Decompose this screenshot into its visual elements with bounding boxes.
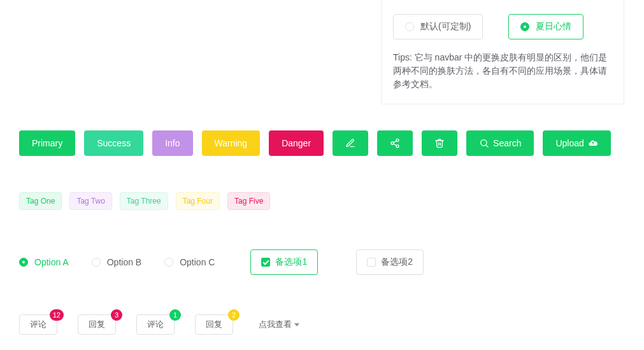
badge-count: 2 [228, 309, 240, 321]
checkbox-2-label: 备选项2 [381, 256, 413, 268]
tag-four-label: Tag Four [183, 197, 213, 206]
primary-button[interactable]: Primary [19, 130, 75, 156]
dropdown-label: 点我查看 [259, 319, 292, 330]
success-button-label: Success [97, 138, 131, 148]
radio-icon [164, 258, 173, 267]
upload-icon [588, 138, 598, 148]
option-a-radio[interactable]: Option A [19, 257, 69, 267]
search-icon [479, 138, 489, 148]
reply-button-label: 回复 [89, 319, 105, 329]
tag-two-label: Tag Two [76, 197, 104, 206]
comment-button-label: 评论 [30, 319, 47, 329]
svg-line-6 [486, 145, 488, 147]
option-b-label: Option B [107, 257, 141, 267]
option-c-radio[interactable]: Option C [164, 257, 215, 267]
tag-three-label: Tag Three [127, 197, 161, 206]
upload-button[interactable]: Upload [543, 130, 610, 156]
comment-badge-1: 评论 12 [19, 314, 57, 335]
theme-default-radio[interactable]: 默认(可定制) [393, 14, 483, 39]
search-button-label: Search [493, 138, 521, 148]
radio-icon [405, 22, 414, 31]
comment-button[interactable]: 评论 [136, 314, 175, 335]
option-b-radio[interactable]: Option B [92, 257, 141, 267]
reply-button-label: 回复 [206, 319, 222, 329]
radio-icon [92, 258, 101, 267]
primary-button-label: Primary [32, 138, 62, 148]
trash-icon [434, 138, 445, 148]
delete-button[interactable] [422, 130, 457, 156]
chevron-down-icon [294, 323, 299, 326]
tag-two[interactable]: Tag Two [69, 192, 111, 210]
share-button[interactable] [377, 130, 413, 156]
search-button[interactable]: Search [466, 130, 534, 156]
danger-button[interactable]: Danger [269, 130, 324, 156]
option-a-label: Option A [34, 257, 69, 267]
reply-button[interactable]: 回复 [195, 314, 233, 335]
checkbox-icon [367, 258, 376, 267]
svg-point-5 [481, 140, 487, 146]
edit-icon [345, 138, 355, 148]
tag-one-label: Tag One [26, 197, 55, 206]
dropdown-link[interactable]: 点我查看 [259, 319, 299, 330]
info-button-label: Info [165, 138, 180, 148]
theme-summer-radio[interactable]: 夏日心情 [508, 14, 583, 39]
checkbox-1[interactable]: 备选项1 [250, 249, 318, 275]
info-button[interactable]: Info [152, 130, 192, 156]
success-button[interactable]: Success [84, 130, 143, 156]
danger-button-label: Danger [282, 138, 311, 148]
svg-line-3 [394, 144, 397, 146]
theme-tips: Tips: 它与 navbar 中的更换皮肤有明显的区别，他们是两种不同的换肤方… [393, 51, 612, 91]
badge-count: 3 [111, 309, 122, 321]
comment-button-label: 评论 [147, 319, 164, 329]
options-row: Option A Option B Option C 备选项1 备选项2 [19, 249, 424, 275]
theme-summer-label: 夏日心情 [536, 21, 571, 32]
radio-icon [19, 258, 28, 267]
theme-default-label: 默认(可定制) [420, 21, 471, 32]
theme-card: 默认(可定制) 夏日心情 Tips: 它与 navbar 中的更换皮肤有明显的区… [381, 0, 624, 104]
tag-one[interactable]: Tag One [19, 192, 62, 210]
theme-options: 默认(可定制) 夏日心情 [393, 14, 612, 39]
warning-button[interactable]: Warning [202, 130, 261, 156]
badge-count: 1 [169, 309, 181, 321]
upload-button-label: Upload [555, 138, 583, 148]
checkbox-2[interactable]: 备选项2 [356, 249, 424, 275]
share-icon [390, 138, 400, 148]
badge-count: 12 [50, 309, 64, 321]
comment-badge-2: 评论 1 [136, 314, 175, 335]
checkbox-1-label: 备选项1 [275, 256, 307, 268]
reply-badge-2: 回复 2 [195, 314, 233, 335]
warning-button-label: Warning [215, 138, 248, 148]
tag-four[interactable]: Tag Four [176, 192, 220, 210]
svg-line-4 [394, 141, 397, 143]
badge-row: 评论 12 回复 3 评论 1 回复 2 点我查看 [19, 314, 299, 335]
reply-button[interactable]: 回复 [78, 314, 116, 335]
radio-icon [520, 22, 529, 31]
tag-row: Tag One Tag Two Tag Three Tag Four Tag F… [19, 192, 270, 210]
tag-five-label: Tag Five [234, 197, 263, 206]
checkbox-icon [261, 258, 270, 267]
button-row: Primary Success Info Warning Danger Sear… [19, 130, 611, 156]
option-c-label: Option C [180, 257, 215, 267]
tag-three[interactable]: Tag Three [120, 192, 168, 210]
edit-button[interactable] [333, 130, 368, 156]
tag-five[interactable]: Tag Five [227, 192, 270, 210]
reply-badge-1: 回复 3 [78, 314, 116, 335]
